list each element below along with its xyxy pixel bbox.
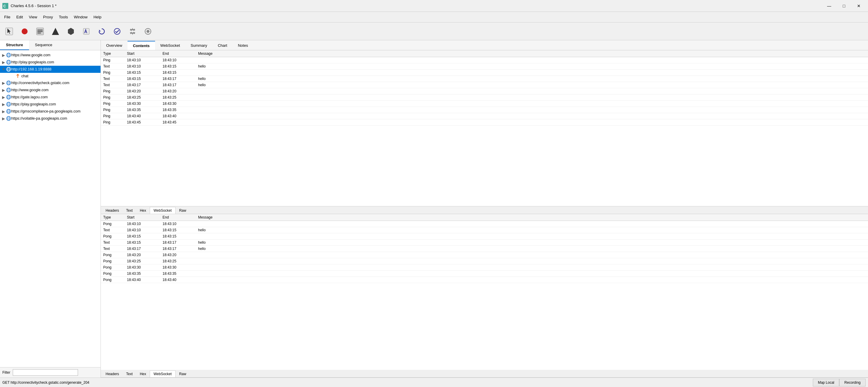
table-row[interactable]: Pong 18:43:15 18:43:15 — [101, 233, 868, 240]
tree-item-play-googleapis[interactable]: ▶ http://play.googleapis.com — [0, 59, 100, 66]
table-row[interactable]: Ping 18:43:25 18:43:25 — [101, 95, 868, 101]
cell-message — [196, 88, 868, 95]
tree-container[interactable]: ▶ https://www.google.com▶ http://play.go… — [0, 50, 100, 367]
table-row[interactable]: Pong 18:43:35 18:43:35 — [101, 271, 868, 277]
tree-item-label: https://voilatile-pa.googleapis.com — [11, 116, 67, 120]
cell-type: Ping — [101, 57, 125, 63]
right-tab-chart[interactable]: Chart — [212, 41, 232, 50]
sub-tab-text-bottom[interactable]: Text — [122, 371, 136, 377]
tree-item-play-googleapis2[interactable]: ▶ https://play.googleapis.com — [0, 101, 100, 108]
bottom-websocket-table: Type Start End Message Pong 18:43:10 18:… — [101, 214, 868, 283]
throttle-button[interactable] — [33, 24, 48, 38]
menu-item-proxy[interactable]: Proxy — [40, 13, 56, 21]
compose-button[interactable] — [48, 24, 63, 38]
cell-end: 18:43:30 — [160, 265, 196, 271]
refresh-button[interactable] — [94, 24, 109, 38]
cursor-tool-button[interactable] — [2, 24, 17, 38]
right-tab-contents[interactable]: Contents — [127, 41, 155, 50]
cell-start: 18:43:30 — [125, 265, 160, 271]
table-row[interactable]: Text 18:43:15 18:43:17 hello — [101, 240, 868, 246]
table-row[interactable]: Ping 18:43:45 18:43:45 — [101, 119, 868, 126]
tree-item-label: http://connectivitycheck.gstatic.com — [11, 81, 69, 85]
table-row[interactable]: Pong 18:43:40 18:43:40 — [101, 277, 868, 283]
sub-tab-hex-bottom[interactable]: Hex — [136, 371, 150, 377]
sub-tab-headers-bottom[interactable]: Headers — [102, 371, 122, 377]
tab-structure[interactable]: Structure — [0, 40, 29, 50]
table-row[interactable]: Text 18:43:10 18:43:15 hello — [101, 63, 868, 70]
top-table-container[interactable]: Type Start End Message Ping 18:43:10 18:… — [101, 50, 868, 206]
table-row[interactable]: Ping 18:43:30 18:43:30 — [101, 101, 868, 107]
tree-item-voilatile[interactable]: ▶ https://voilatile-pa.googleapis.com — [0, 115, 100, 122]
svg-text:C: C — [3, 4, 6, 8]
svg-point-4 — [22, 28, 28, 34]
menu-item-help[interactable]: Help — [90, 13, 104, 21]
right-tab-overview[interactable]: Overview — [101, 41, 127, 50]
tab-sequence[interactable]: Sequence — [29, 40, 58, 50]
sub-tab-headers-top[interactable]: Headers — [102, 207, 122, 214]
filter-input[interactable] — [13, 369, 78, 376]
table-row[interactable]: Text 18:43:10 18:43:15 hello — [101, 227, 868, 233]
tools-button[interactable] — [141, 24, 155, 38]
col-header-end-top: End — [160, 50, 196, 57]
map-local-button[interactable]: Map Local — [813, 379, 839, 386]
sub-tab-text-top[interactable]: Text — [122, 207, 136, 214]
table-row[interactable]: Pong 18:43:10 18:43:10 — [101, 221, 868, 227]
bottom-table-container[interactable]: Type Start End Message Pong 18:43:10 18:… — [101, 214, 868, 370]
table-row[interactable]: Ping 18:43:40 18:43:40 — [101, 113, 868, 119]
tree-item-gmscompliance[interactable]: ▶ https://gmscompliance-pa.googleapis.co… — [0, 108, 100, 115]
tree-item-chat[interactable]: chat — [0, 73, 100, 79]
validate-button[interactable] — [110, 24, 125, 38]
title-bar-left: C Charles 4.5.6 - Session 1 * — [2, 3, 57, 9]
col-header-start-bottom: Start — [125, 214, 160, 221]
cell-start: 18:43:15 — [125, 70, 160, 76]
tree-item-gate-lagou[interactable]: ▶ https://gate.lagou.com — [0, 94, 100, 101]
cell-end: 18:43:15 — [160, 227, 196, 233]
menu-item-view[interactable]: View — [26, 13, 40, 21]
sub-tab-raw-bottom[interactable]: Raw — [176, 371, 190, 377]
cell-type: Pong — [101, 252, 125, 258]
expander-icon: ▶ — [1, 109, 6, 114]
menu-item-file[interactable]: File — [1, 13, 13, 21]
settings-button[interactable] — [125, 24, 140, 38]
menu-item-tools[interactable]: Tools — [56, 13, 71, 21]
cell-end: 18:43:10 — [160, 57, 196, 63]
sub-tab-websocket-bottom[interactable]: WebSocket — [150, 371, 176, 377]
cell-message: hello — [196, 240, 868, 246]
table-row[interactable]: Pong 18:43:30 18:43:30 — [101, 265, 868, 271]
tree-item-192-168-1-19[interactable]: ▼ http://192.168.1.19:8888 — [0, 66, 100, 73]
table-row[interactable]: Ping 18:43:35 18:43:35 — [101, 107, 868, 113]
recording-button[interactable]: Recording — [839, 379, 866, 386]
right-tab-websocket[interactable]: WebSocket — [155, 41, 185, 50]
minimize-button[interactable]: — — [822, 1, 836, 11]
cell-end: 18:43:45 — [160, 119, 196, 126]
table-row[interactable]: Text 18:43:17 18:43:17 hello — [101, 82, 868, 88]
cell-type: Text — [101, 82, 125, 88]
sub-tab-hex-top[interactable]: Hex — [136, 207, 150, 214]
edit-button[interactable] — [79, 24, 94, 38]
close-button[interactable]: ✕ — [852, 1, 866, 11]
table-row[interactable]: Text 18:43:17 18:43:17 hello — [101, 246, 868, 252]
cell-message: hello — [196, 227, 868, 233]
cell-type: Ping — [101, 95, 125, 101]
table-row[interactable]: Pong 18:43:20 18:43:20 — [101, 252, 868, 258]
table-row[interactable]: Ping 18:43:20 18:43:20 — [101, 88, 868, 95]
table-row[interactable]: Pong 18:43:25 18:43:25 — [101, 258, 868, 265]
table-row[interactable]: Ping 18:43:15 18:43:15 — [101, 70, 868, 76]
right-tab-summary[interactable]: Summary — [185, 41, 213, 50]
menu-item-window[interactable]: Window — [71, 13, 90, 21]
cell-end: 18:43:35 — [160, 271, 196, 277]
table-row[interactable]: Ping 18:43:10 18:43:10 — [101, 57, 868, 63]
tree-item-www-google[interactable]: ▶ http://www.google.com — [0, 86, 100, 94]
table-row[interactable]: Text 18:43:15 18:43:17 hello — [101, 76, 868, 82]
expander-icon: ▼ — [1, 67, 6, 71]
menu-item-edit[interactable]: Edit — [13, 13, 26, 21]
sub-tab-raw-top[interactable]: Raw — [176, 207, 190, 214]
maximize-button[interactable]: □ — [837, 1, 851, 11]
tree-item-connectivitycheck[interactable]: ▶ http://connectivitycheck.gstatic.com — [0, 79, 100, 86]
cell-message: hello — [196, 63, 868, 70]
sub-tab-websocket-top[interactable]: WebSocket — [150, 207, 176, 214]
stop-record-button[interactable] — [17, 24, 32, 38]
tree-item-google-com[interactable]: ▶ https://www.google.com — [0, 51, 100, 59]
hex-button[interactable] — [63, 24, 78, 38]
right-tab-notes[interactable]: Notes — [232, 41, 253, 50]
